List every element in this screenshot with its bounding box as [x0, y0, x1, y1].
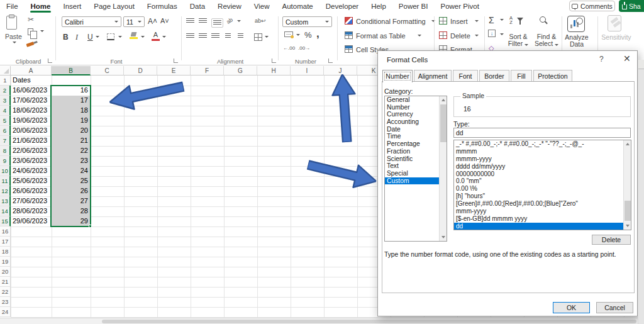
tab-automate[interactable]: Automate	[276, 1, 319, 13]
format-as-table-button[interactable]: Format as Table	[356, 32, 406, 40]
fill-button[interactable]: ↓	[488, 30, 496, 37]
analyze-data-button[interactable]: AnalyzeData	[562, 34, 592, 48]
align-bottom-button[interactable]	[211, 18, 223, 28]
merge-center-button[interactable]	[254, 33, 262, 41]
dialog-tab-number[interactable]: Number	[382, 70, 413, 82]
orientation-dropdown[interactable]	[237, 20, 241, 22]
paste-dropdown[interactable]	[13, 42, 16, 43]
format-code-item[interactable]: mmmm-yyyy	[454, 155, 631, 163]
cell-b12[interactable]: 26	[52, 186, 90, 196]
dialog-tab-font[interactable]: Font	[453, 70, 478, 82]
tab-home[interactable]: Home	[25, 1, 57, 13]
cell-a2[interactable]: 16/06/2023	[11, 86, 52, 96]
bold-button[interactable]: B	[63, 33, 69, 42]
horizontal-scrollbar[interactable]	[0, 318, 644, 324]
font-size-combobox[interactable]: 11	[123, 16, 145, 27]
number-format-combobox[interactable]: Custom	[282, 16, 332, 27]
autosum-dropdown[interactable]	[500, 19, 504, 21]
underline-dropdown[interactable]	[96, 36, 99, 38]
dialog-close-button[interactable]: ✕	[623, 53, 631, 64]
cell-a4[interactable]: 18/06/2023	[11, 106, 52, 116]
align-middle-button[interactable]	[199, 18, 207, 24]
cell-b5[interactable]: 19	[52, 116, 90, 126]
cell-b10[interactable]: 24	[52, 166, 90, 176]
cell-a1[interactable]: Dates	[11, 75, 52, 86]
scrollbar-thumb[interactable]	[440, 104, 447, 142]
comma-style-button[interactable]: ,	[316, 28, 319, 40]
paste-button[interactable]	[6, 16, 17, 30]
underline-button[interactable]: U	[87, 33, 93, 42]
insert-cells-dropdown[interactable]	[475, 20, 479, 22]
category-item-fraction[interactable]: Fraction	[385, 148, 447, 155]
conditional-formatting-button[interactable]: Conditional Formatting	[356, 18, 426, 25]
cell-b7[interactable]: 21	[52, 136, 90, 146]
format-scrollbar[interactable]	[623, 140, 631, 230]
align-top-button[interactable]	[186, 18, 194, 24]
cell-a13[interactable]: 27/06/2023	[11, 196, 52, 206]
paste-label[interactable]: Paste	[5, 33, 22, 40]
row-header-17[interactable]: 17	[0, 237, 11, 247]
conditional-formatting-dropdown[interactable]	[431, 20, 435, 22]
cell-b13[interactable]: 27	[52, 196, 90, 206]
selection-fill-handle[interactable]	[89, 225, 92, 228]
font-color-button[interactable]: A	[152, 31, 160, 41]
format-code-item[interactable]: dd	[454, 223, 631, 230]
find-select-button[interactable]: Find &Select	[531, 33, 562, 47]
horizontal-scrollbar-thumb[interactable]	[102, 320, 636, 323]
category-item-number[interactable]: Number	[385, 104, 447, 111]
category-item-special[interactable]: Special	[385, 170, 447, 177]
dialog-tab-border[interactable]: Border	[479, 70, 509, 82]
tab-file[interactable]: File	[0, 1, 25, 13]
scroll-up-icon[interactable]	[624, 140, 631, 148]
category-item-scientific[interactable]: Scientific	[385, 155, 447, 163]
cell-b6[interactable]: 20	[52, 126, 90, 136]
format-code-listbox[interactable]: _-* #,##0.00_-;-* #,##0.00_-;_-* "-"??_-…	[453, 140, 631, 230]
tab-insert[interactable]: Insert	[57, 1, 87, 13]
row-header-5[interactable]: 5	[0, 116, 11, 126]
cell-a7[interactable]: 21/06/2023	[11, 136, 52, 146]
format-code-item[interactable]: [$-en-GB]dd mmmm yyyy	[454, 215, 631, 223]
format-as-table-dropdown[interactable]	[418, 35, 421, 36]
number-dialog-launcher[interactable]	[328, 59, 333, 63]
category-item-custom[interactable]: Custom	[385, 177, 447, 185]
format-code-item[interactable]: _-* #,##0.00_-;-* #,##0.00_-;_-* "-"??_-…	[454, 140, 631, 148]
tab-page-layout[interactable]: Page Layout	[87, 1, 141, 13]
merge-center-dropdown[interactable]	[265, 36, 269, 38]
column-header-g[interactable]: G	[224, 66, 257, 75]
row-header-10[interactable]: 10	[0, 166, 11, 176]
dialog-tab-protection[interactable]: Protection	[533, 70, 572, 82]
copy-button[interactable]	[28, 28, 33, 35]
row-header-14[interactable]: 14	[0, 206, 11, 216]
column-header-b[interactable]: B	[52, 66, 91, 75]
row-header-24[interactable]: 24	[0, 307, 11, 317]
font-name-combobox[interactable]: Calibri	[62, 16, 121, 27]
row-header-13[interactable]: 13	[0, 196, 11, 206]
column-header-a[interactable]: A	[11, 66, 52, 75]
cell-a3[interactable]: 17/06/2023	[11, 96, 52, 106]
fill-color-button[interactable]	[130, 32, 138, 39]
scroll-down-icon[interactable]	[624, 222, 631, 230]
tab-view[interactable]: View	[248, 1, 276, 13]
category-item-currency[interactable]: Currency	[385, 111, 447, 118]
row-header-19[interactable]: 19	[0, 257, 11, 267]
cell-a15[interactable]: 29/06/2023	[11, 216, 52, 226]
column-header-f[interactable]: F	[191, 66, 224, 75]
scroll-down-icon[interactable]	[440, 233, 447, 241]
ok-button[interactable]: OK	[553, 302, 590, 313]
cell-b11[interactable]: 25	[52, 176, 90, 186]
row-header-12[interactable]: 12	[0, 186, 11, 196]
increase-indent-button[interactable]	[238, 33, 243, 39]
cell-b9[interactable]: 23	[52, 156, 90, 166]
wrap-text-button[interactable]: ab↩	[255, 18, 266, 24]
copy-dropdown[interactable]	[40, 30, 44, 32]
format-code-item[interactable]: dddd dd/mm/yyyy	[454, 163, 631, 170]
cut-button[interactable]: ✂	[28, 15, 34, 24]
borders-dropdown[interactable]	[118, 36, 122, 38]
cell-b3[interactable]: 17	[52, 96, 90, 106]
format-code-item[interactable]: mmm-yyyy	[454, 208, 631, 215]
scroll-up-icon[interactable]	[440, 96, 447, 104]
tab-data[interactable]: Data	[184, 1, 211, 13]
alignment-dialog-launcher[interactable]	[272, 59, 276, 63]
dialog-help-button[interactable]: ?	[599, 55, 604, 64]
sensitivity-button[interactable]: Sensitivity	[599, 34, 634, 41]
